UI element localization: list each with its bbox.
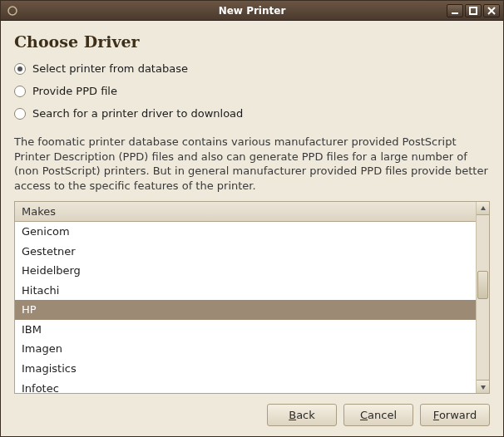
svg-marker-6: [481, 385, 486, 390]
list-item[interactable]: Infotec: [15, 379, 476, 393]
svg-marker-5: [481, 206, 486, 210]
dialog-content: Choose Driver Select printer from databa…: [1, 21, 503, 436]
radio-select-from-database[interactable]: Select printer from database: [14, 62, 490, 75]
list-item[interactable]: IBM: [15, 320, 476, 340]
radio-label: Select printer from database: [32, 62, 188, 75]
dialog-buttons: Back Cancel Forward: [14, 404, 490, 426]
list-item[interactable]: Genicom: [15, 222, 476, 242]
titlebar-buttons: [447, 4, 500, 17]
scroll-down-button[interactable]: [477, 380, 489, 393]
forward-button[interactable]: Forward: [420, 404, 490, 426]
radio-icon: [14, 86, 26, 97]
description-text: The foomatic printer database contains v…: [14, 135, 490, 193]
app-icon: [6, 4, 19, 17]
radio-provide-ppd[interactable]: Provide PPD file: [14, 85, 490, 97]
makes-list[interactable]: GenicomGestetnerHeidelbergHitachiHPIBMIm…: [15, 222, 476, 393]
radio-icon: [14, 63, 26, 75]
svg-rect-2: [470, 7, 477, 14]
radio-label: Search for a printer driver to download: [32, 107, 243, 120]
list-item[interactable]: Gestetner: [15, 242, 476, 262]
new-printer-window: New Printer Choose Driver Select printer…: [0, 0, 504, 437]
minimize-button[interactable]: [447, 4, 463, 17]
radio-search-driver[interactable]: Search for a printer driver to download: [14, 107, 490, 120]
makes-column-header[interactable]: Makes: [15, 202, 476, 222]
scroll-up-button[interactable]: [477, 202, 489, 215]
cancel-button[interactable]: Cancel: [343, 404, 413, 426]
scroll-track[interactable]: [477, 215, 489, 380]
radio-icon: [14, 108, 26, 120]
page-heading: Choose Driver: [14, 32, 490, 51]
makes-listbox: Makes GenicomGestetnerHeidelbergHitachiH…: [14, 201, 490, 394]
back-button[interactable]: Back: [267, 404, 337, 426]
close-button[interactable]: [483, 4, 500, 17]
radio-label: Provide PPD file: [32, 85, 117, 97]
list-item[interactable]: Heidelberg: [15, 261, 476, 281]
scrollbar[interactable]: [476, 202, 489, 393]
scroll-thumb[interactable]: [477, 271, 488, 299]
list-item[interactable]: Imagistics: [15, 359, 476, 379]
list-item[interactable]: Imagen: [15, 339, 476, 359]
svg-point-0: [8, 7, 17, 15]
maximize-button[interactable]: [465, 4, 482, 17]
window-title: New Printer: [1, 5, 503, 17]
list-item[interactable]: Hitachi: [15, 281, 476, 301]
titlebar: New Printer: [1, 1, 503, 21]
list-item[interactable]: HP: [15, 300, 476, 320]
